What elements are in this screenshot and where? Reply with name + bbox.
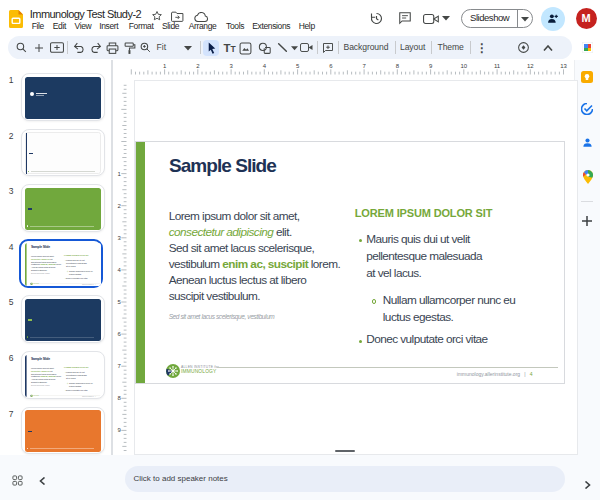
svg-text:5: 5: [118, 299, 122, 305]
svg-text:4: 4: [118, 267, 122, 273]
svg-text:10: 10: [460, 63, 467, 69]
svg-text:8: 8: [118, 395, 122, 401]
svg-text:12: 12: [527, 63, 534, 69]
svg-text:8: 8: [396, 63, 400, 69]
svg-text:7: 7: [362, 63, 366, 69]
svg-text:2: 2: [196, 63, 200, 69]
svg-text:13: 13: [560, 63, 567, 69]
svg-text:5: 5: [296, 63, 300, 69]
svg-text:4: 4: [263, 63, 267, 69]
svg-text:3: 3: [229, 63, 233, 69]
svg-text:9: 9: [118, 427, 122, 433]
svg-text:11: 11: [494, 63, 501, 69]
svg-text:3: 3: [118, 235, 122, 241]
svg-text:6: 6: [329, 63, 333, 69]
svg-text:2: 2: [118, 203, 122, 209]
svg-text:1: 1: [163, 63, 167, 69]
svg-text:9: 9: [429, 63, 433, 69]
svg-text:1: 1: [118, 171, 122, 177]
svg-text:6: 6: [118, 331, 122, 337]
svg-text:7: 7: [118, 363, 122, 369]
